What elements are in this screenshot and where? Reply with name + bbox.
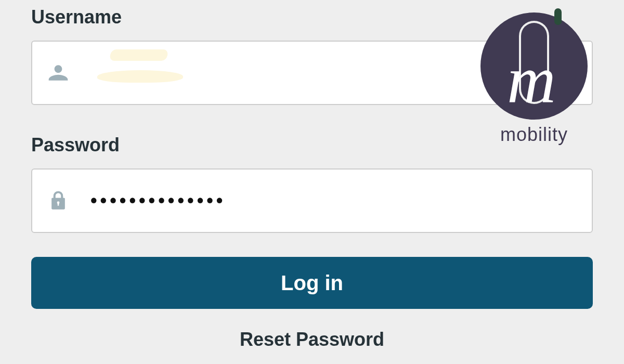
redaction-smudge: [97, 70, 184, 83]
brand-logo-text: mobility: [479, 124, 589, 146]
svg-text:m: m: [507, 42, 556, 117]
login-button[interactable]: Log in: [31, 257, 593, 309]
reset-password-link[interactable]: Reset Password: [240, 329, 384, 350]
svg-rect-2: [58, 203, 59, 206]
mobility-logo-icon: m: [479, 11, 589, 121]
brand-logo: m mobility: [479, 11, 589, 146]
antenna-icon: [554, 8, 562, 25]
reset-password-wrapper: Reset Password: [31, 329, 593, 350]
user-icon: [47, 61, 70, 84]
redaction-smudge: [109, 49, 168, 61]
password-input-wrapper[interactable]: [31, 168, 593, 233]
lock-icon: [47, 189, 70, 212]
password-input[interactable]: [90, 190, 577, 212]
